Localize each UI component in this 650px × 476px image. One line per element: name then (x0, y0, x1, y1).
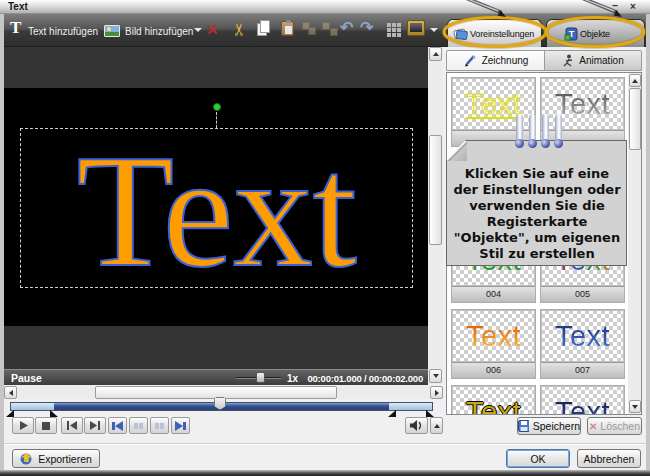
preset-text: Text (466, 398, 521, 416)
preset-scroll-thumb[interactable] (629, 88, 641, 150)
export-button[interactable]: Exportieren (12, 449, 100, 468)
go-end-button[interactable] (171, 417, 190, 434)
next-scene-button[interactable] (150, 417, 169, 434)
trim-handle-right-inner[interactable] (388, 410, 396, 417)
copy-icon[interactable] (257, 23, 267, 36)
timeline-left-segment (11, 403, 54, 410)
delete-icon[interactable]: ✕ (206, 21, 219, 39)
preset-tile-007[interactable]: Text 007 (540, 309, 625, 379)
tab-objekte-label: Objekte (580, 29, 610, 39)
monitor-dropdown-icon[interactable] (430, 28, 438, 32)
preset-number: 007 (541, 362, 624, 378)
ok-label: OK (530, 453, 545, 465)
delete-preset-label: Löschen (600, 420, 640, 432)
group-icon[interactable] (302, 22, 318, 36)
grid-icon[interactable] (387, 23, 401, 37)
title-bar: Text – × (0, 0, 650, 14)
monitor-icon[interactable] (407, 20, 425, 36)
timeline-right-segment (389, 403, 432, 410)
vertical-scroll-thumb[interactable] (429, 135, 442, 245)
add-image-icon[interactable] (104, 25, 120, 37)
preset-number: 005 (541, 286, 624, 302)
add-text-icon[interactable]: T (10, 18, 21, 38)
playback-status-bar: Pause 1x 00:00:01.000 / 00:00:02.000 (4, 369, 428, 385)
undo-icon[interactable]: ↶ (340, 18, 353, 37)
preset-tile-008[interactable]: Text (451, 385, 536, 415)
preset-tile-006[interactable]: Text 006 (451, 309, 536, 379)
preset-number: 006 (452, 362, 535, 378)
scroll-up-icon[interactable] (429, 47, 442, 61)
stop-button[interactable] (35, 417, 57, 434)
prev-scene-button[interactable] (129, 417, 148, 434)
paste-icon[interactable] (281, 21, 294, 36)
scroll-down-icon[interactable] (429, 369, 442, 383)
preset-text: Text (555, 322, 610, 351)
minimize-button[interactable]: – (608, 0, 622, 13)
trim-handle-left-inner[interactable] (50, 410, 58, 417)
hint-callout: Klicken Sie auf eine der Einstellungen o… (446, 140, 627, 266)
cancel-label: Abbrechen (584, 453, 635, 465)
export-label: Exportieren (38, 453, 92, 465)
volume-popup-button[interactable] (430, 417, 443, 434)
ungroup-icon[interactable] (322, 22, 338, 36)
callout-spring-icon (542, 114, 549, 144)
scroll-left-icon[interactable] (4, 386, 17, 399)
tab-objekte[interactable]: T Objekte (546, 19, 645, 47)
delete-preset-button[interactable]: ✕ Löschen (587, 417, 642, 435)
trim-handle-right-outer[interactable] (426, 410, 434, 417)
window-edge-left (0, 14, 4, 470)
close-button[interactable]: × (626, 0, 640, 13)
redo-icon[interactable]: ↷ (360, 18, 373, 37)
preset-tile-001[interactable]: Text (540, 77, 625, 147)
window-edge-right (646, 14, 650, 470)
callout-spring-icon (529, 114, 536, 144)
save-icon (518, 420, 529, 432)
callout-spring-icon (555, 114, 562, 144)
delete-preset-icon: ✕ (589, 421, 597, 432)
animation-icon (562, 54, 575, 68)
cut-icon[interactable]: ✂ (229, 22, 250, 36)
add-image-button[interactable]: Bild hinzufügen (125, 26, 193, 37)
previous-frame-button[interactable] (61, 417, 83, 434)
add-image-dropdown-icon[interactable] (194, 28, 202, 32)
preset-tile-000[interactable]: Text (451, 77, 536, 147)
objects-icon: T (563, 26, 578, 42)
preview-canvas[interactable]: Text (4, 47, 428, 369)
scroll-up-icon[interactable] (629, 74, 641, 87)
go-start-button[interactable] (108, 417, 127, 434)
scroll-right-icon[interactable] (430, 386, 443, 399)
tab-voreinstellungen[interactable]: Voreinstellungen (447, 19, 542, 47)
preview-text[interactable]: Text (20, 131, 413, 291)
tab-zeichnung[interactable]: Zeichnung (446, 50, 545, 71)
horizontal-scroll-thumb[interactable] (95, 386, 337, 399)
bottom-separator (0, 443, 650, 445)
add-text-button[interactable]: Text hinzufügen (28, 26, 98, 37)
save-button[interactable]: Speichern (517, 417, 581, 435)
tab-animation-label: Animation (579, 55, 623, 66)
preset-list-scrollbar[interactable] (628, 73, 642, 414)
tab-zeichnung-label: Zeichnung (482, 55, 529, 66)
preview-vertical-scrollbar[interactable] (428, 47, 443, 384)
drawing-icon (463, 53, 478, 68)
preset-text: Text (555, 90, 610, 119)
speed-label: 1x (287, 373, 298, 384)
preset-number: 004 (452, 286, 535, 302)
preset-text: Text (555, 398, 610, 416)
volume-button[interactable] (405, 417, 428, 434)
ok-button[interactable]: OK (506, 449, 570, 468)
next-frame-button[interactable] (84, 417, 106, 434)
rotation-handle[interactable] (213, 103, 221, 111)
preset-tile-009[interactable]: Text (540, 385, 625, 415)
playback-state: Pause (11, 372, 42, 384)
export-icon (20, 452, 33, 465)
preset-text: Text (466, 322, 521, 351)
play-button[interactable] (12, 417, 34, 434)
cancel-button[interactable]: Abbrechen (577, 449, 641, 468)
scroll-down-icon[interactable] (629, 400, 641, 413)
tab-animation[interactable]: Animation (544, 50, 642, 71)
speed-slider-thumb[interactable] (256, 372, 265, 383)
trim-handle-left-outer[interactable] (6, 410, 14, 417)
window-title: Text (8, 1, 28, 12)
window-edge-bottom (0, 470, 650, 476)
save-label: Speichern (533, 420, 580, 432)
